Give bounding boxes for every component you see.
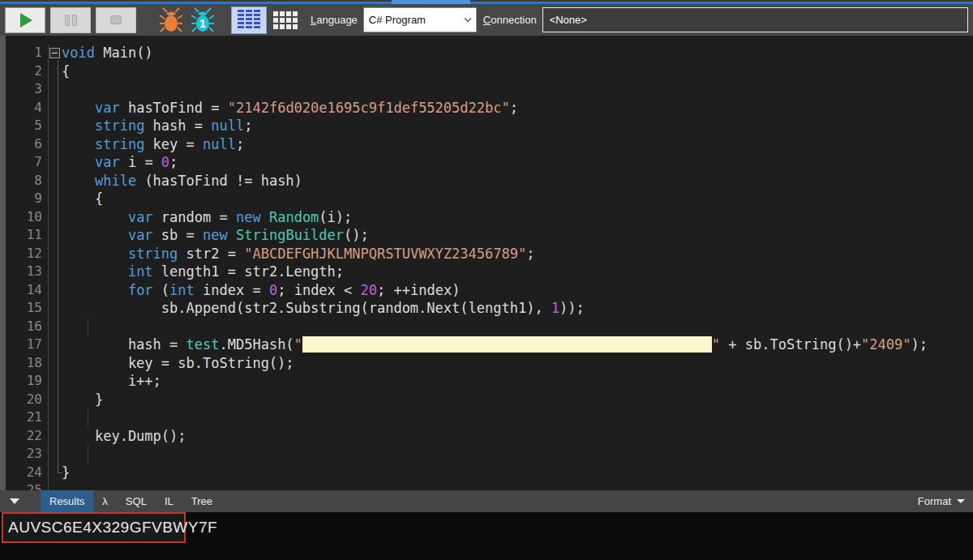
fold-margin: [49, 245, 62, 263]
code-line[interactable]: 25: [0, 481, 973, 490]
code-line[interactable]: 22 key.Dump();: [0, 427, 973, 446]
debug-step-button[interactable]: 1: [189, 6, 216, 35]
indent-guide: [88, 408, 88, 427]
line-number: 5: [6, 117, 49, 135]
line-number: 17: [6, 336, 49, 354]
fold-line-corner: [58, 472, 62, 473]
fold-margin: [49, 263, 62, 281]
language-select[interactable]: C# Program: [363, 7, 477, 32]
code-editor[interactable]: 1void Main()2{34 var hasToFind = "2142f6…: [0, 36, 973, 490]
fold-margin: [49, 226, 62, 245]
format-dropdown-icon: [957, 499, 965, 503]
code-line[interactable]: 11 var sb = new StringBuilder();: [0, 226, 973, 245]
data-grid-results-icon: [273, 11, 298, 29]
code-line[interactable]: 7 var i = 0;: [0, 153, 973, 172]
fold-margin: [49, 62, 62, 81]
line-number: 12: [6, 245, 49, 263]
debug-badge: 1: [199, 17, 206, 30]
redacted-string-highlight: [302, 336, 712, 353]
fold-margin: [49, 391, 62, 409]
fold-collapse-icon[interactable]: [49, 48, 60, 58]
rich-text-results-icon: [238, 10, 260, 30]
code-line[interactable]: 3: [0, 80, 973, 99]
code-text: i++;: [62, 372, 161, 391]
code-line[interactable]: 19 i++;: [0, 372, 973, 391]
code-text: var hasToFind = "2142f6d020e1695c9f1def5…: [62, 99, 518, 118]
fold-margin: [49, 44, 62, 62]
code-line[interactable]: 10 var random = new Random(i);: [0, 208, 973, 227]
connection-select[interactable]: <None>: [542, 7, 968, 32]
tab-sql[interactable]: SQL: [117, 490, 156, 512]
chevron-down-icon: [464, 15, 471, 22]
fold-margin: [49, 135, 62, 154]
fold-margin: [49, 481, 62, 490]
bottom-tabs: ResultsλSQLILTree: [41, 490, 221, 512]
code-line[interactable]: 14 for (int index = 0; index < 20; ++ind…: [0, 281, 973, 300]
code-line[interactable]: 5 string hash = null;: [0, 117, 973, 135]
fold-margin: [49, 281, 62, 300]
code-line[interactable]: 16: [0, 318, 973, 336]
code-text: var i = 0;: [62, 153, 178, 172]
line-number: 10: [6, 208, 49, 227]
code-text: string str2 = "ABCDEFGHJKLMNPQRSTUVWXYZ2…: [62, 245, 534, 263]
code-line[interactable]: 17 hash = test.MD5Hash("" + sb.ToString(…: [0, 336, 973, 354]
language-label: Language: [311, 14, 358, 26]
tab-results[interactable]: Results: [41, 490, 93, 512]
code-line[interactable]: 1void Main(): [0, 44, 973, 62]
fold-margin: [49, 445, 62, 464]
fold-margin: [49, 318, 62, 336]
fold-margin: [49, 427, 62, 446]
line-number: 15: [6, 299, 49, 318]
code-text: string key = null;: [62, 135, 244, 154]
connection-value: <None>: [550, 14, 587, 26]
tab-lambda[interactable]: λ: [93, 490, 117, 512]
query-tab-strip: [0, 0, 973, 4]
format-label: Format: [918, 495, 951, 507]
fold-line: [58, 60, 58, 472]
code-line[interactable]: 4 var hasToFind = "2142f6d020e1695c9f1de…: [0, 99, 973, 118]
pause-button[interactable]: [50, 7, 91, 33]
code-text: string hash = null;: [62, 117, 252, 135]
results-pane: AUVSC6E4X329GFVBWY7F: [0, 512, 973, 560]
code-line[interactable]: 24}: [0, 464, 973, 482]
code-line[interactable]: 12 string str2 = "ABCDEFGHJKLMNPQRSTUVWX…: [0, 245, 973, 263]
line-number: 18: [6, 354, 49, 373]
fold-margin: [49, 336, 62, 354]
line-number: 24: [6, 464, 49, 482]
collapse-results-icon[interactable]: [10, 498, 19, 504]
code-line[interactable]: 18 key = sb.ToString();: [0, 354, 973, 373]
code-line[interactable]: 6 string key = null;: [0, 135, 973, 154]
line-number: 1: [6, 44, 49, 62]
code-line[interactable]: 15 sb.Append(str2.Substring(random.Next(…: [0, 299, 973, 318]
code-line[interactable]: 23: [0, 445, 973, 464]
line-number: 25: [6, 481, 49, 490]
code-text: while (hasToFind != hash): [62, 172, 302, 190]
tab-tree[interactable]: Tree: [182, 490, 221, 512]
tab-il[interactable]: IL: [156, 490, 182, 512]
stop-button[interactable]: [96, 7, 136, 33]
code-text: void Main(): [62, 44, 153, 62]
fold-margin: [49, 408, 62, 427]
code-line[interactable]: 20 }: [0, 391, 973, 409]
rich-text-results-button[interactable]: [231, 6, 267, 34]
debug-button[interactable]: [157, 6, 185, 35]
code-line[interactable]: 9 {: [0, 190, 973, 208]
fold-margin: [49, 172, 62, 190]
code-line[interactable]: 13 int length1 = str2.Length;: [0, 263, 973, 281]
format-dropdown[interactable]: Format: [918, 495, 965, 507]
code-text: {: [62, 62, 70, 81]
code-line[interactable]: 2{: [0, 62, 973, 81]
main-toolbar: 1 Language: [0, 4, 973, 36]
code-text: key = sb.ToString();: [62, 354, 294, 373]
code-line[interactable]: 21: [0, 408, 973, 427]
fold-margin: [49, 80, 62, 99]
data-grid-results-button[interactable]: [269, 6, 302, 34]
code-lines: 1void Main()2{34 var hasToFind = "2142f6…: [0, 44, 973, 490]
run-button[interactable]: [5, 7, 45, 33]
code-text: int length1 = str2.Length;: [62, 263, 344, 281]
code-line[interactable]: 8 while (hasToFind != hash): [0, 172, 973, 190]
line-number: 6: [6, 135, 49, 154]
code-text: var random = new Random(i);: [62, 208, 352, 227]
code-text: sb.Append(str2.Substring(random.Next(len…: [62, 299, 585, 318]
fold-margin: [49, 354, 62, 373]
